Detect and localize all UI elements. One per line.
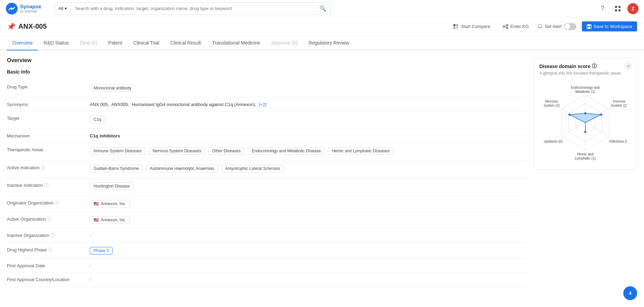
svg-point-1 [11, 8, 13, 10]
svg-rect-8 [453, 27, 455, 29]
logo-sub: by patsnap [20, 9, 41, 13]
help-button[interactable]: ? [597, 3, 608, 14]
svg-point-28 [584, 112, 586, 114]
therapeutic-areas-row: Therapeutic Areas Immune System Diseases… [7, 143, 527, 161]
active-org-row: Active Organization ⓘ 🇺🇸 Annexon, Inc. [7, 212, 527, 228]
ai-tag-1: Guillain-Barre Syndrome [90, 165, 143, 172]
svg-line-23 [585, 123, 609, 136]
mechanism-value: C1q inhibitors [90, 133, 527, 138]
drug-type-label: Drug Type [7, 84, 83, 89]
svg-point-29 [600, 114, 602, 116]
logo-icon [6, 2, 18, 15]
svg-text:Endocrinology and: Endocrinology and [571, 86, 600, 89]
header-right: ? Z [597, 3, 638, 14]
active-org-name: Annexon, Inc. [101, 218, 126, 222]
tab-translational-medicine[interactable]: Translational Medicine [206, 36, 266, 50]
active-indication-help-icon[interactable]: ⓘ [41, 165, 45, 171]
originator-org-help-icon[interactable]: ⓘ [55, 200, 59, 206]
first-approval-country-label: First Approval Country/Location [7, 277, 83, 282]
start-compare-button[interactable]: Start Compare [450, 22, 494, 31]
active-indication-label: Active Indication ⓘ [7, 165, 83, 171]
svg-point-10 [503, 26, 504, 27]
panel-expand-button[interactable]: ⤢ [624, 62, 633, 70]
radar-svg: Endocrinology and Metabolic (1) Immune S… [544, 81, 627, 164]
synonyms-value: ANX 005, ANX005, Humanised IgG4 monoclon… [90, 102, 527, 107]
svg-rect-3 [618, 6, 621, 8]
drug-title-area: 📌 ANX-005 [7, 22, 47, 31]
target-value: C1q [90, 116, 527, 125]
enter-kg-button[interactable]: Enter KG [499, 22, 532, 31]
tabs: Overview R&D Status Deal (0) Patent Clin… [0, 36, 644, 50]
save-to-workspace-button[interactable]: Save to Workspace [582, 21, 637, 31]
apps-button[interactable] [612, 3, 623, 14]
drug-highest-phase-help-icon[interactable]: ⓘ [48, 247, 52, 253]
tab-patent[interactable]: Patent [103, 36, 127, 50]
logo-name: Synapse [20, 4, 41, 10]
inactive-indication-value: Huntington Disease [90, 182, 527, 191]
svg-point-12 [506, 27, 508, 29]
first-approval-country-text: - [90, 277, 91, 282]
avatar[interactable]: Z [627, 3, 638, 14]
synonyms-row: Synonyms ANX 005, ANX005, Humanised IgG4… [7, 98, 527, 112]
ai-tag-2: Autoimmune Haemolytic Anaemias [146, 165, 218, 172]
originator-org-flag: 🇺🇸 [94, 201, 99, 206]
active-org-flag: 🇺🇸 [94, 218, 99, 222]
tab-regulatory-review[interactable]: Regulatory Review [303, 36, 355, 50]
tab-clinical-result[interactable]: Clinical Result [165, 36, 206, 50]
inactive-org-help-icon[interactable]: ⓘ [50, 232, 55, 238]
mechanism-label: Mechanism [7, 133, 83, 138]
svg-line-25 [561, 123, 585, 136]
drug-actions: Start Compare Enter KG Set Alert [450, 21, 637, 31]
originator-org-row: Originator Organization ⓘ 🇺🇸 Annexon, In… [7, 196, 527, 212]
disease-domain-help-icon[interactable]: ⓘ [592, 63, 597, 69]
drug-name: ANX-005 [18, 22, 47, 30]
svg-rect-7 [456, 24, 458, 26]
drug-header: 📌 ANX-005 Start Compare Enter KG [0, 17, 644, 36]
drug-type-value: Monoclonal antibody [90, 84, 527, 93]
tab-overview[interactable]: Overview [7, 36, 38, 50]
svg-text:Immune: Immune [613, 99, 626, 103]
inactive-org-text: - [90, 232, 91, 238]
ta-tag-5: Hemic and Lymphatic Diseases [328, 147, 394, 155]
first-approval-date-value: - [90, 263, 527, 268]
logo: Synapse by patsnap [6, 2, 50, 15]
search-button[interactable]: 🔍 [315, 3, 330, 15]
first-approval-country-value: - [90, 277, 527, 282]
svg-rect-4 [615, 9, 617, 11]
inactive-indication-help-icon[interactable]: ⓘ [44, 182, 48, 188]
inactive-org-row: Inactive Organization ⓘ - [7, 228, 527, 243]
svg-rect-6 [453, 24, 455, 26]
svg-text:Metabolic (1): Metabolic (1) [575, 90, 595, 94]
drug-highest-phase-label: Drug Highest Phase ⓘ [7, 247, 83, 253]
synonyms-text: ANX 005, ANX005, Humanised IgG4 monoclon… [90, 102, 258, 107]
svg-line-13 [504, 26, 506, 26]
save-icon [587, 24, 592, 29]
mechanism-text: C1q inhibitors [90, 133, 120, 138]
tab-approval: Approval (0) [266, 36, 303, 50]
alert-toggle[interactable] [564, 23, 576, 30]
svg-text:Neoplasms (0): Neoplasms (0) [544, 140, 563, 143]
basic-info-title: Basic Info [7, 69, 527, 75]
ta-tag-2: Nervous System Diseases [149, 147, 205, 155]
svg-text:Hemic and: Hemic and [577, 152, 594, 156]
ta-tag-1: Immune System Diseases [90, 147, 145, 155]
tab-clinical-trial[interactable]: Clinical Trial [128, 36, 165, 50]
synonyms-label: Synonyms [7, 102, 83, 107]
tab-rd-status[interactable]: R&D Status [38, 36, 74, 50]
first-approval-date-label: First Approval Date [7, 263, 83, 268]
apps-grid-icon [615, 6, 621, 12]
mechanism-row: Mechanism C1q inhibitors [7, 129, 527, 143]
active-indication-value: Guillain-Barre Syndrome Autoimmune Haemo… [90, 165, 527, 174]
active-org-help-icon[interactable]: ⓘ [47, 216, 51, 222]
search-input[interactable] [71, 6, 315, 11]
svg-text:Infectious (0): Infectious (0) [609, 140, 627, 143]
ta-tag-4: Endocrinology and Metabolic Disease [248, 147, 325, 155]
inactive-indication-row: Inactive Indication ⓘ Huntington Disease [7, 178, 527, 196]
inactive-org-label: Inactive Organization ⓘ [7, 232, 83, 238]
target-label: Target [7, 116, 83, 121]
synonyms-more-link[interactable]: [+2] [259, 102, 266, 107]
radar-chart: Endocrinology and Metabolic (1) Immune S… [539, 81, 631, 164]
enter-kg-label: Enter KG [510, 24, 529, 29]
search-type-dropdown[interactable]: All ▾ [55, 3, 71, 15]
search-type-label: All [58, 6, 63, 11]
